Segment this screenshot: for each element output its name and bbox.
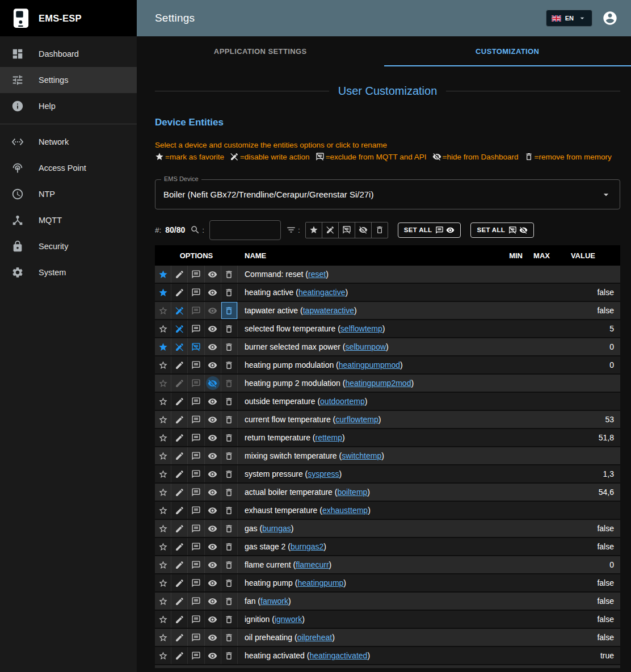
- remove-memory-toggle[interactable]: [221, 647, 238, 664]
- disable-write-toggle[interactable]: [171, 447, 188, 464]
- remove-memory-toggle[interactable]: [221, 465, 238, 482]
- favorite-toggle[interactable]: [155, 647, 171, 664]
- entity-shortname-link[interactable]: flamecurr: [296, 560, 329, 569]
- entity-name[interactable]: heating pump (heatingpump): [238, 574, 495, 591]
- entity-name[interactable]: heating pump 2 modulation (heatingpump2m…: [238, 375, 495, 392]
- entity-name[interactable]: heating active (heatingactive): [238, 284, 495, 301]
- disable-write-toggle[interactable]: [171, 538, 188, 555]
- entity-row[interactable]: flame current (flamecurr) 0: [155, 556, 620, 574]
- disable-write-toggle[interactable]: [171, 502, 188, 519]
- remove-memory-toggle[interactable]: [221, 266, 238, 283]
- entity-shortname-link[interactable]: heatingactive: [298, 288, 346, 297]
- hide-dashboard-toggle[interactable]: [205, 284, 221, 301]
- favorite-toggle[interactable]: [155, 302, 171, 319]
- entity-row[interactable]: return temperature (rettemp) 51,8: [155, 429, 620, 447]
- exclude-mqtt-toggle[interactable]: [188, 447, 204, 464]
- filter-favorite-button[interactable]: [305, 222, 322, 238]
- hide-dashboard-toggle[interactable]: [205, 629, 221, 646]
- hide-dashboard-toggle[interactable]: [205, 556, 221, 573]
- favorite-toggle[interactable]: [155, 266, 171, 283]
- entity-name[interactable]: selected flow temperature (selflowtemp): [238, 320, 495, 337]
- entity-name[interactable]: fan (fanwork): [238, 593, 495, 610]
- exclude-mqtt-toggle[interactable]: [188, 356, 204, 373]
- exclude-mqtt-toggle[interactable]: [188, 465, 204, 482]
- entity-name[interactable]: outside temperature (outdoortemp): [238, 393, 495, 410]
- favorite-toggle[interactable]: [155, 520, 171, 537]
- favorite-toggle[interactable]: [155, 502, 171, 519]
- favorite-toggle[interactable]: [155, 284, 171, 301]
- entity-name[interactable]: oil preheating (oilpreheat): [238, 629, 495, 646]
- hide-dashboard-toggle[interactable]: [205, 266, 221, 283]
- entity-row[interactable]: exhaust temperature (exhausttemp): [155, 502, 620, 520]
- entity-name[interactable]: flame current (flamecurr): [238, 556, 495, 573]
- hide-dashboard-toggle[interactable]: [205, 484, 221, 501]
- remove-memory-toggle[interactable]: [221, 320, 238, 337]
- remove-memory-toggle[interactable]: [221, 593, 238, 610]
- account-button[interactable]: [601, 10, 619, 27]
- disable-write-toggle[interactable]: [171, 465, 188, 482]
- disable-write-toggle[interactable]: [171, 266, 188, 283]
- favorite-toggle[interactable]: [155, 411, 171, 428]
- hide-dashboard-toggle[interactable]: [205, 411, 221, 428]
- hide-dashboard-toggle[interactable]: [205, 465, 221, 482]
- entity-row[interactable]: gas stage 2 (burngas2) false: [155, 538, 620, 556]
- exclude-mqtt-toggle[interactable]: [188, 320, 204, 337]
- entity-name[interactable]: heating pump modulation (heatingpumpmod): [238, 356, 495, 373]
- entity-name[interactable]: burner selected max power (selburnpow): [238, 338, 495, 355]
- exclude-mqtt-toggle[interactable]: [188, 484, 204, 501]
- entity-row[interactable]: selected flow temperature (selflowtemp) …: [155, 320, 620, 338]
- favorite-toggle[interactable]: [155, 356, 171, 373]
- set-all-show-button[interactable]: SET ALL: [398, 222, 461, 238]
- filter-disable-write-button[interactable]: [322, 222, 339, 238]
- entity-shortname-link[interactable]: syspress: [308, 469, 339, 478]
- hide-dashboard-toggle[interactable]: [205, 611, 221, 628]
- entity-shortname-link[interactable]: heatingpump: [297, 578, 343, 587]
- favorite-toggle[interactable]: [155, 447, 171, 464]
- hide-dashboard-toggle[interactable]: [205, 538, 221, 555]
- remove-memory-toggle[interactable]: [221, 338, 238, 355]
- entity-row[interactable]: Command: reset (reset): [155, 266, 620, 284]
- hide-dashboard-toggle[interactable]: [205, 574, 221, 591]
- disable-write-toggle[interactable]: [171, 484, 188, 501]
- set-all-hide-button[interactable]: SET ALL: [470, 222, 534, 238]
- entity-shortname-link[interactable]: heatingpump2mod: [345, 379, 411, 388]
- hide-dashboard-toggle[interactable]: [205, 593, 221, 610]
- entity-row[interactable]: heating pump modulation (heatingpumpmod)…: [155, 356, 620, 375]
- exclude-mqtt-toggle[interactable]: [188, 375, 204, 392]
- remove-memory-toggle[interactable]: [221, 393, 238, 410]
- exclude-mqtt-toggle[interactable]: [188, 538, 204, 555]
- entity-name[interactable]: ignition (ignwork): [238, 611, 495, 628]
- exclude-mqtt-toggle[interactable]: [188, 574, 204, 591]
- favorite-toggle[interactable]: [155, 338, 171, 355]
- exclude-mqtt-toggle[interactable]: [188, 302, 204, 319]
- search-input[interactable]: [209, 220, 281, 240]
- exclude-mqtt-toggle[interactable]: [188, 593, 204, 610]
- disable-write-toggle[interactable]: [171, 411, 188, 428]
- exclude-mqtt-toggle[interactable]: [188, 502, 204, 519]
- disable-write-toggle[interactable]: [171, 593, 188, 610]
- entity-name[interactable]: return temperature (rettemp): [238, 429, 495, 446]
- remove-memory-toggle[interactable]: [221, 538, 238, 555]
- disable-write-toggle[interactable]: [171, 284, 188, 301]
- remove-memory-toggle[interactable]: [221, 611, 238, 628]
- disable-write-toggle[interactable]: [171, 520, 188, 537]
- filter-remove-memory-button[interactable]: [371, 222, 388, 238]
- entity-row[interactable]: oil preheating (oilpreheat) false: [155, 629, 620, 647]
- favorite-toggle[interactable]: [155, 629, 171, 646]
- exclude-mqtt-toggle[interactable]: [188, 629, 204, 646]
- entity-row[interactable]: ignition (ignwork) false: [155, 611, 620, 629]
- sidebar-item-ntp[interactable]: NTP: [0, 181, 137, 207]
- sidebar-item-dashboard[interactable]: Dashboard: [0, 41, 137, 67]
- sidebar-item-mqtt[interactable]: MQTT: [0, 207, 137, 233]
- entity-row[interactable]: fan (fanwork) false: [155, 593, 620, 611]
- remove-memory-toggle[interactable]: [221, 520, 238, 537]
- favorite-toggle[interactable]: [155, 393, 171, 410]
- disable-write-toggle[interactable]: [171, 629, 188, 646]
- entity-row[interactable]: burner selected max power (selburnpow) 0: [155, 338, 620, 356]
- entity-name[interactable]: heating activated (heatingactivated): [238, 647, 495, 664]
- entity-shortname-link[interactable]: reset: [308, 270, 326, 279]
- entity-shortname-link[interactable]: exhausttemp: [322, 506, 368, 515]
- favorite-toggle[interactable]: [155, 611, 171, 628]
- entity-row[interactable]: tapwater active (tapwateractive) false: [155, 302, 620, 320]
- exclude-mqtt-toggle[interactable]: [188, 556, 204, 573]
